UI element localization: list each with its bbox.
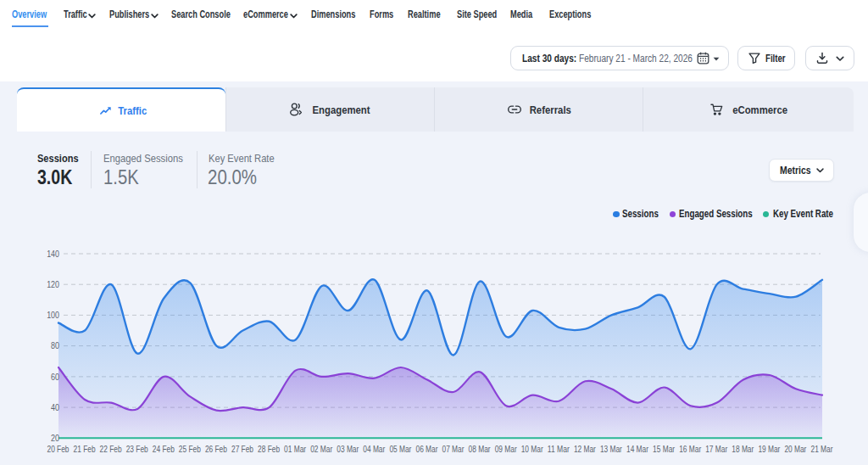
svg-text:08 Mar: 08 Mar	[469, 445, 492, 454]
svg-text:140: 140	[47, 249, 59, 259]
svg-text:25 Feb: 25 Feb	[179, 445, 201, 454]
svg-text:20: 20	[51, 434, 59, 443]
svg-text:80: 80	[51, 341, 59, 350]
svg-text:27 Feb: 27 Feb	[231, 445, 253, 454]
svg-text:100: 100	[47, 311, 59, 320]
svg-text:10 Mar: 10 Mar	[521, 445, 544, 454]
svg-text:21 Mar: 21 Mar	[811, 445, 834, 454]
svg-text:40: 40	[51, 403, 59, 412]
svg-text:22 Feb: 22 Feb	[100, 445, 122, 454]
svg-text:12 Mar: 12 Mar	[574, 445, 597, 454]
svg-text:14 Mar: 14 Mar	[626, 445, 649, 454]
svg-text:28 Feb: 28 Feb	[258, 445, 280, 454]
svg-text:17 Mar: 17 Mar	[705, 445, 728, 454]
svg-text:16 Mar: 16 Mar	[679, 445, 702, 454]
svg-text:120: 120	[47, 280, 59, 289]
svg-text:26 Feb: 26 Feb	[205, 445, 227, 454]
svg-text:15 Mar: 15 Mar	[653, 445, 676, 454]
svg-text:18 Mar: 18 Mar	[732, 445, 754, 454]
svg-text:21 Feb: 21 Feb	[74, 445, 96, 454]
svg-text:60: 60	[51, 373, 59, 382]
svg-text:03 Mar: 03 Mar	[337, 445, 359, 454]
svg-text:20 Mar: 20 Mar	[784, 445, 807, 454]
svg-text:01 Mar: 01 Mar	[284, 445, 307, 454]
svg-text:19 Mar: 19 Mar	[758, 445, 781, 454]
svg-text:02 Mar: 02 Mar	[310, 445, 333, 454]
svg-text:09 Mar: 09 Mar	[495, 445, 518, 454]
svg-text:24 Feb: 24 Feb	[153, 445, 175, 454]
svg-text:05 Mar: 05 Mar	[389, 445, 412, 454]
svg-text:23 Feb: 23 Feb	[126, 445, 148, 454]
svg-text:06 Mar: 06 Mar	[416, 445, 439, 454]
svg-text:11 Mar: 11 Mar	[548, 445, 570, 454]
svg-text:04 Mar: 04 Mar	[363, 445, 386, 454]
svg-text:13 Mar: 13 Mar	[600, 445, 623, 454]
svg-text:20 Feb: 20 Feb	[47, 445, 70, 454]
svg-text:07 Mar: 07 Mar	[442, 445, 465, 454]
